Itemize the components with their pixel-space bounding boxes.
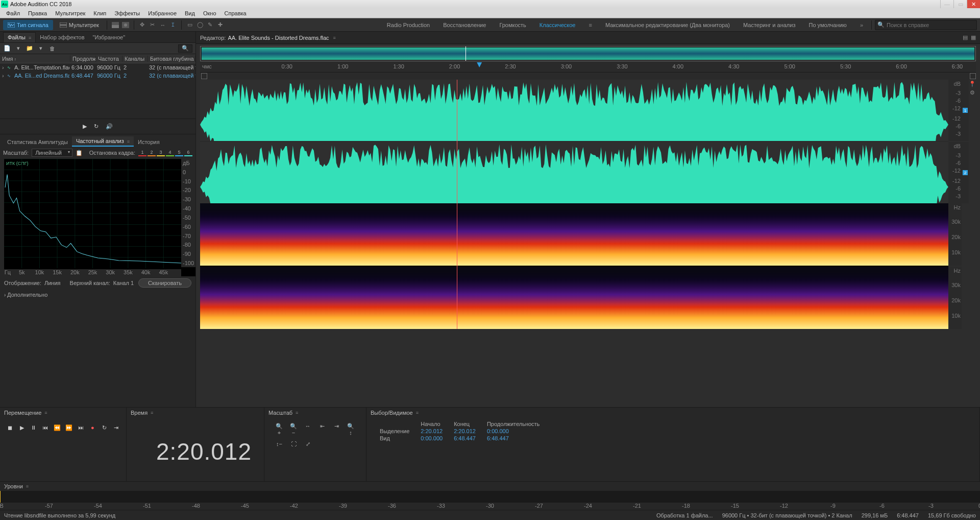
playhead-line[interactable] — [457, 203, 457, 329]
tab-amplitude-stats[interactable]: Статистика Амплитуды — [3, 137, 72, 147]
open-file-icon[interactable]: 📄 — [3, 44, 11, 53]
sv-view-duration[interactable]: 6:48.447 — [483, 435, 544, 441]
multitrack-view-button[interactable]: Мультитрек — [55, 20, 104, 30]
spectral-display[interactable] — [200, 203, 948, 329]
panel-menu-icon[interactable]: ≡ — [26, 484, 29, 489]
preview-autoplay-button[interactable]: 🔊 — [106, 123, 113, 130]
col-channels[interactable]: Каналы — [122, 56, 148, 62]
go-start-button[interactable]: ⏮ — [41, 423, 49, 432]
tab-history[interactable]: История — [134, 137, 164, 147]
copy-icon[interactable]: 📋 — [76, 150, 83, 156]
workspace-loudness[interactable]: Громкость — [499, 22, 526, 28]
panel-menu-icon[interactable]: ≡ — [296, 410, 298, 415]
playhead-line[interactable] — [457, 80, 457, 203]
insert-icon[interactable]: ▾ — [37, 44, 45, 53]
waveform-display[interactable] — [200, 80, 948, 203]
panel-menu-icon[interactable]: ≡ — [29, 35, 31, 40]
help-search-input[interactable]: 🔍 Поиск в справке — [875, 20, 977, 30]
forward-button[interactable]: ⏩ — [65, 423, 72, 432]
menu-view[interactable]: Вид — [181, 10, 199, 16]
pause-button[interactable]: ⏸ — [30, 423, 37, 432]
menu-effects[interactable]: Эффекты — [110, 10, 144, 16]
loop-button[interactable]: ↻ — [101, 423, 108, 432]
workspace-radio[interactable]: Radio Production — [387, 22, 430, 28]
play-button[interactable]: ▶ — [18, 423, 26, 432]
tab-frequency-analysis[interactable]: Частотный анализ≡ — [72, 136, 134, 147]
panel-menu-icon[interactable]: ≡ — [333, 35, 336, 40]
scan-button[interactable]: Сканировать — [138, 278, 191, 288]
lasso-tool[interactable]: ◯ — [195, 20, 205, 30]
spectral-pitch-toggle[interactable] — [120, 20, 131, 30]
record-button[interactable]: ● — [89, 423, 96, 432]
channel-badge[interactable]: 1 — [962, 80, 969, 141]
workspace-menu-icon[interactable]: ≡ — [589, 22, 592, 28]
panel-menu-icon[interactable]: ≡ — [416, 410, 419, 415]
preview-loop-button[interactable]: ↻ — [94, 123, 99, 130]
pin-icon[interactable]: 📍 — [969, 81, 976, 87]
rewind-button[interactable]: ⏪ — [53, 423, 61, 432]
menu-multitrack[interactable]: Мультитрек — [51, 10, 89, 16]
top-channel-dropdown[interactable]: Канал 1 — [113, 280, 134, 286]
freeze-slot-3[interactable]: 3 — [157, 149, 165, 156]
marquee-tool[interactable]: ▭ — [185, 20, 195, 30]
slip-tool[interactable]: ↔ — [158, 20, 168, 30]
panel-menu-icon[interactable]: ≡ — [44, 410, 47, 415]
panel-menu-icon[interactable]: ≡ — [151, 410, 153, 415]
menu-favorites[interactable]: Избранное — [144, 10, 181, 16]
freeze-slot-5[interactable]: 5 — [175, 149, 183, 156]
new-file-icon[interactable]: ▾ — [14, 44, 22, 53]
panel-menu-icon[interactable]: ≡ — [127, 139, 130, 144]
col-bitdepth[interactable]: Битовая глубина — [148, 56, 195, 62]
waveform-view-button[interactable]: Тип сигнала — [3, 20, 53, 30]
preview-play-button[interactable]: ▶ — [83, 123, 87, 130]
tab-favorites[interactable]: "Избранное" — [89, 33, 130, 42]
stop-button[interactable]: ◼ — [6, 423, 14, 432]
hud-toggle[interactable] — [970, 73, 976, 79]
workspace-maxedit[interactable]: Максимальное редактирование (Два монитор… — [605, 22, 730, 28]
zoom-full-icon[interactable]: ↔ — [303, 423, 312, 436]
file-row[interactable]: › ∿ AA. Eli...ed Dreams.flac 6:48.447 96… — [0, 72, 195, 80]
spectral-frequency-toggle[interactable] — [110, 20, 120, 30]
zoom-in-point-icon[interactable]: ⇥ — [332, 423, 341, 436]
zoom-vertical-out-icon[interactable]: ↕− — [275, 441, 284, 447]
time-selection-tool[interactable]: 𝙸 — [168, 20, 178, 30]
zoom-vertical-in-icon[interactable]: 🔍↕ — [346, 423, 355, 436]
advanced-toggle[interactable]: › Дополнительно — [0, 290, 195, 300]
window-close-button[interactable]: ✕ — [967, 0, 980, 8]
tab-effects-rack[interactable]: Набор эффектов — [36, 33, 88, 42]
expand-icon[interactable]: › — [0, 73, 5, 79]
tab-files[interactable]: Файлы≡ — [3, 32, 36, 42]
files-filter-input[interactable]: 🔍 — [178, 44, 192, 53]
freeze-slot-4[interactable]: 4 — [166, 149, 174, 156]
time-display[interactable]: 2:20.012 — [156, 438, 252, 465]
sv-selection-duration[interactable]: 0:00.000 — [483, 428, 544, 434]
level-meter[interactable] — [0, 491, 980, 503]
file-row[interactable]: › ∿ A. Elit...Temptation.flac 6:34.000 9… — [0, 63, 195, 72]
sv-selection-end[interactable]: 2:20.012 — [450, 428, 480, 434]
workspace-restore[interactable]: Восстановление — [443, 22, 486, 28]
playhead-marker[interactable] — [477, 62, 482, 67]
channel-badge[interactable]: 2 — [962, 142, 969, 203]
col-duration[interactable]: Продолж... — [70, 56, 96, 62]
time-ruler[interactable]: чмс 0:301:001:302:002:303:003:304:004:30… — [200, 62, 976, 73]
sv-selection-start[interactable]: 2:20.012 — [416, 428, 447, 434]
skip-selection-button[interactable]: ⇥ — [112, 423, 120, 432]
close-file-icon[interactable]: 🗑 — [48, 44, 56, 53]
freeze-slot-2[interactable]: 2 — [148, 149, 156, 156]
sv-view-end[interactable]: 6:48.447 — [450, 435, 480, 441]
heal-tool[interactable]: ✚ — [215, 20, 226, 30]
col-frequency[interactable]: Частота — [96, 56, 122, 62]
expand-icon[interactable]: › — [0, 64, 5, 70]
window-minimize-button[interactable]: — — [940, 0, 953, 8]
freeze-slot-6[interactable]: 6 — [184, 149, 192, 156]
razor-tool[interactable]: ✂ — [148, 20, 158, 30]
zoom-reset-icon[interactable]: ⛶ — [289, 441, 298, 447]
col-name[interactable]: Имя — [0, 56, 70, 62]
display-mode-dropdown[interactable]: Линия — [44, 280, 61, 286]
menu-help[interactable]: Справка — [220, 10, 251, 16]
zoom-out-full-icon[interactable]: ⤢ — [303, 441, 312, 447]
zoom-out-icon[interactable]: 🔍− — [289, 423, 298, 436]
menu-edit[interactable]: Правка — [24, 10, 51, 16]
menu-clip[interactable]: Клип — [89, 10, 110, 16]
workspace-classic[interactable]: Классическое — [540, 22, 576, 28]
